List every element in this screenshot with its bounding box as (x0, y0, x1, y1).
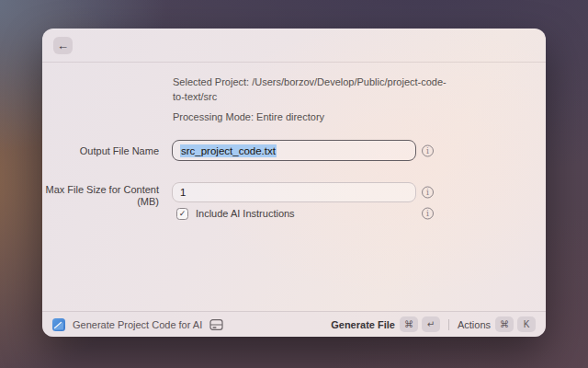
command-name: Generate Project Code for AI (73, 319, 202, 330)
output-file-name-input[interactable]: src_project_code.txt (172, 140, 416, 161)
k-key-icon: K (517, 316, 536, 332)
app-window: ← Selected Project: /Users/borzov/Develo… (42, 29, 546, 337)
info-icon[interactable]: i (422, 144, 434, 156)
processing-mode-text: Processing Mode: Entire directory (173, 109, 454, 124)
max-file-size-label: Max File Size for Content (MB) (42, 182, 159, 202)
include-ai-row: ✓ Include AI Instructions i (42, 207, 434, 220)
info-icon[interactable]: i (422, 187, 434, 199)
form-description: Selected Project: /Users/borzov/Develop/… (173, 75, 454, 130)
action-bar: Generate Project Code for AI Generate Fi… (42, 311, 546, 337)
output-file-name-row: Output File Name src_project_code.txt i (42, 140, 434, 161)
extension-icon (52, 318, 65, 331)
output-file-name-label: Output File Name (42, 145, 159, 156)
drive-icon (209, 318, 223, 331)
max-file-size-input[interactable]: 1 (172, 182, 416, 202)
max-file-size-row: Max File Size for Content (MB) 1 i (42, 182, 434, 202)
footer-divider (448, 319, 449, 330)
info-icon[interactable]: i (422, 208, 434, 220)
command-key-icon: ⌘ (400, 316, 418, 332)
back-arrow-icon: ← (57, 40, 69, 52)
checkmark-icon: ✓ (179, 209, 187, 218)
selected-input-text: src_project_code.txt (180, 144, 277, 157)
selected-project-text: Selected Project: /Users/borzov/Develop/… (173, 75, 454, 104)
include-ai-checkbox[interactable]: ✓ (176, 208, 188, 220)
include-ai-label[interactable]: Include AI Instructions (196, 208, 295, 219)
return-key-icon: ↵ (422, 316, 440, 332)
command-key-icon: ⌘ (495, 316, 514, 332)
generate-file-button[interactable]: Generate File ⌘ ↵ (331, 316, 440, 332)
back-button[interactable]: ← (53, 37, 73, 54)
actions-button[interactable]: Actions ⌘ K (458, 316, 536, 332)
window-header: ← (42, 29, 546, 63)
